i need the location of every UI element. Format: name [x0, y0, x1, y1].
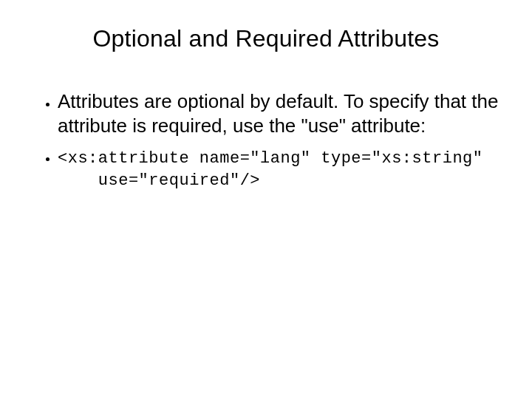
code-snippet: <xs:attribute name="lang" type="xs:strin… [58, 148, 502, 191]
slide: Optional and Required Attributes Attribu… [0, 0, 532, 399]
list-item: <xs:attribute name="lang" type="xs:strin… [58, 148, 502, 191]
bullet-list: Attributes are optional by default. To s… [30, 89, 502, 191]
slide-title: Optional and Required Attributes [30, 25, 502, 52]
list-item: Attributes are optional by default. To s… [58, 89, 502, 137]
paragraph-text: Attributes are optional by default. To s… [58, 89, 502, 137]
